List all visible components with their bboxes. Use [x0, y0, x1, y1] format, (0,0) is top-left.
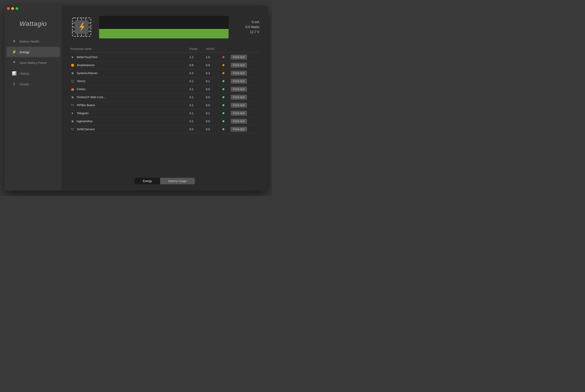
force-quit-button[interactable]: Force Quit [231, 103, 247, 108]
cpu-value: 0.1 [206, 112, 222, 115]
titlebar [5, 6, 268, 11]
cpu-icon [70, 16, 93, 38]
force-quit-button[interactable]: Force Quit [231, 119, 247, 124]
sidebar: Wattagio ♥Battery Health⚡Energy☂Save Bat… [5, 6, 62, 190]
force-quit-button[interactable]: Force Quit [231, 127, 247, 132]
sidebar-item-save-battery[interactable]: ☂Save Battery Power [7, 58, 60, 68]
process-name-cell: 🛡PiPifier Button [70, 103, 190, 108]
sidebar-item-history[interactable]: 📊History [7, 68, 60, 78]
sidebar-item-energy[interactable]: ⚡Energy [7, 47, 60, 57]
maximize-button[interactable] [16, 7, 18, 10]
app-icon: 🖥 [70, 71, 75, 76]
current-stat: 0 mA [235, 20, 259, 24]
force-quit-button[interactable]: Force Quit [231, 71, 247, 76]
stats-values: 0 mA 0.0 Watts 12.7 V [235, 20, 259, 34]
power-value: 0.2 [190, 80, 206, 83]
process-name-label: iTerm2 [77, 80, 86, 83]
process-name-cell: 🖱BetterTouchTool [70, 55, 190, 60]
status-cell [222, 120, 231, 123]
power-value: 0.1 [190, 120, 206, 123]
sidebar-label-history: History [20, 72, 30, 75]
cpu-value: 0.3 [206, 72, 222, 75]
battery-health-icon: ♥ [12, 38, 17, 44]
table-row: 🟠Amphetamine0.90.8Force Quit [70, 61, 259, 69]
force-quit-button[interactable]: Force Quit [231, 111, 247, 116]
stats-area: 0 mA 0.0 Watts 12.7 V [70, 16, 259, 38]
col-process-name: Processes name [70, 47, 190, 50]
status-cell [222, 88, 231, 91]
table-row: 🖥SystemUIServer0.30.3Force Quit [70, 69, 259, 77]
table-body: 🖱BetterTouchTool1.21.0Force Quit🟠Ampheta… [70, 53, 259, 173]
status-cell [222, 80, 231, 83]
power-value: 0.0 [190, 128, 206, 131]
force-quit-cell: Force Quit [231, 71, 259, 76]
tab-battery-usage[interactable]: Battery Usage [160, 178, 195, 184]
process-name-label: PiPifier Button [77, 104, 95, 107]
table-row: ✈Telegram0.10.1Force Quit [70, 109, 259, 117]
app-icon: 🖱 [70, 55, 75, 60]
process-name-cell: ✈Telegram [70, 111, 190, 116]
cpu-value: 0.0 [206, 96, 222, 99]
process-name-cell: 🛡SiriNCService [70, 127, 190, 132]
process-name-cell: 🖥SystemUIServer [70, 71, 190, 76]
power-value: 0.1 [190, 104, 206, 107]
app-icon: 🖥 [70, 95, 75, 100]
col-power: Power [190, 47, 206, 50]
history-icon: 📊 [12, 71, 17, 76]
power-value: 0.1 [190, 88, 206, 91]
status-cell [222, 128, 231, 131]
status-cell [222, 104, 231, 107]
tab-energy[interactable]: Energy [135, 178, 160, 184]
chart-bar [99, 30, 229, 38]
sidebar-label-details: Details [20, 82, 29, 86]
status-cell [222, 56, 231, 59]
force-quit-cell: Force Quit [231, 87, 259, 92]
table-row: 🦊Firefox0.10.0Force Quit [70, 85, 259, 93]
force-quit-button[interactable]: Force Quit [231, 63, 247, 68]
table-row: 🛡SiriNCService0.00.0Force Quit [70, 125, 259, 133]
force-quit-button[interactable]: Force Quit [231, 95, 247, 100]
status-dot [222, 88, 224, 90]
process-name-cell: ⬛iTerm2 [70, 79, 190, 84]
force-quit-cell: Force Quit [231, 127, 259, 132]
cpu-value: 0.0 [206, 88, 222, 91]
app-icon: ✈ [70, 111, 75, 116]
force-quit-cell: Force Quit [231, 55, 259, 60]
force-quit-cell: Force Quit [231, 63, 259, 68]
close-button[interactable] [7, 7, 10, 10]
table-header: Processes name Power %CPU [70, 46, 259, 52]
power-value: 0.3 [190, 72, 206, 75]
process-name-cell: 🟠Amphetamine [70, 63, 190, 68]
status-cell [222, 112, 231, 115]
status-dot [222, 96, 224, 98]
app-icon: ⬛ [70, 79, 75, 84]
cpu-value: 0.8 [206, 64, 222, 67]
status-cell [222, 96, 231, 99]
battery-chart [99, 16, 229, 38]
app-icon: 🛡 [70, 127, 75, 132]
force-quit-button[interactable]: Force Quit [231, 55, 247, 60]
cpu-value: 0.0 [206, 104, 222, 107]
force-quit-cell: Force Quit [231, 119, 259, 124]
power-value: 0.1 [190, 112, 206, 115]
power-value: 0.9 [190, 64, 206, 67]
force-quit-cell: Force Quit [231, 103, 259, 108]
status-dot [222, 80, 224, 82]
sidebar-label-energy: Energy [20, 50, 30, 54]
force-quit-button[interactable]: Force Quit [231, 87, 247, 92]
process-name-label: Firefox [77, 88, 86, 91]
sidebar-item-battery-health[interactable]: ♥Battery Health [7, 36, 60, 46]
process-name-label: loginwindow [77, 120, 93, 123]
table-row: 🛡PiPifier Button0.10.0Force Quit [70, 101, 259, 109]
process-name-label: Telegram [77, 112, 89, 115]
minimize-button[interactable] [11, 7, 14, 10]
sidebar-item-details[interactable]: ℹDetails [7, 79, 60, 89]
sidebar-label-save-battery: Save Battery Power [20, 61, 47, 64]
sidebar-label-battery-health: Battery Health [20, 40, 39, 43]
save-battery-icon: ☂ [12, 60, 17, 65]
force-quit-button[interactable]: Force Quit [231, 79, 247, 84]
app-title: Wattagio [5, 16, 62, 36]
cpu-value: 0.1 [206, 80, 222, 83]
cpu-value: 0.0 [206, 120, 222, 123]
status-dot [222, 112, 224, 114]
